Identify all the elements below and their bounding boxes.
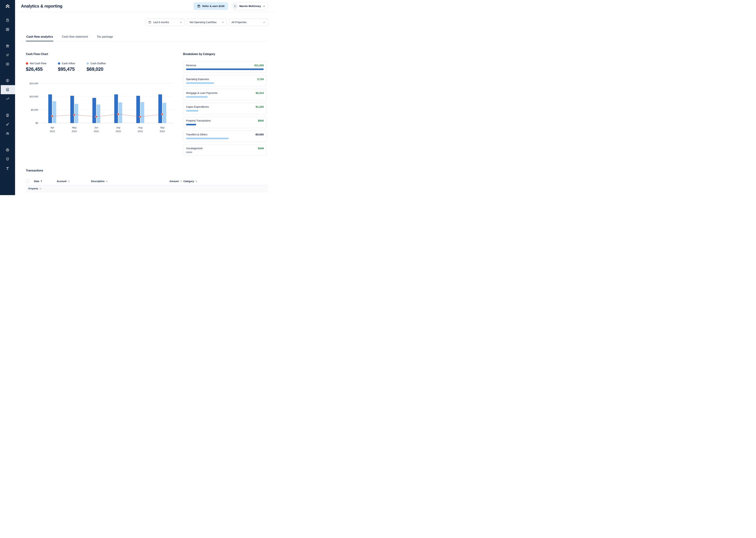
refer-earn-button[interactable]: Refer & earn $100 (194, 2, 228, 10)
cash-flow-chart-title: Cash Flow Chart (26, 53, 174, 56)
sidebar-item-cards[interactable] (0, 60, 15, 69)
breakdown-bar-track (186, 82, 264, 84)
calendar-icon (148, 21, 151, 24)
shield-check-icon (6, 157, 10, 161)
tab-cash-flow-statement[interactable]: Cash flow statement (62, 33, 88, 41)
x-axis-label: Sep2022 (151, 126, 173, 133)
card-box-icon (6, 62, 10, 66)
outflow-bar (97, 105, 100, 123)
sidebar-item-performance[interactable] (0, 94, 15, 103)
main-area: Analytics & reporting Refer & earn $100 … (15, 0, 274, 195)
reports-icon (6, 88, 10, 91)
y-axis-tick: $5,000 (26, 109, 38, 111)
sidebar-item-growth[interactable] (0, 164, 15, 173)
date-range-dropdown[interactable]: Last 6 months (146, 19, 185, 26)
breakdown-card[interactable]: Mortgage & Loan Payments $2,314 (183, 89, 267, 100)
column-amount[interactable]: Amount (157, 180, 183, 183)
bar-group (107, 83, 129, 123)
topbar-right: Refer & earn $100 Marvin McKinney (194, 2, 268, 10)
metric-dropdown[interactable]: Net Operating Cashflow (187, 19, 227, 26)
column-date[interactable]: Date (34, 180, 57, 183)
y-axis-tick: $15,000 (26, 82, 38, 85)
transactions-section: Transactions Date Account Description (21, 169, 268, 195)
breakdown-bar (186, 96, 208, 98)
wheel-icon (6, 148, 10, 152)
property-group-row[interactable]: Property (26, 185, 268, 192)
sidebar-item-dashboard[interactable] (0, 25, 15, 34)
tab-tax-package[interactable]: Tax package (96, 33, 114, 41)
x-axis-label: Apr2022 (41, 126, 63, 133)
growth-icon (6, 166, 10, 170)
gift-icon (197, 4, 201, 8)
app-logo[interactable] (0, 0, 15, 12)
sidebar (0, 0, 15, 195)
app-window: Analytics & reporting Refer & earn $100 … (0, 0, 274, 195)
sidebar-item-analytics-reporting[interactable] (0, 85, 15, 94)
breakdown-label: Operating Expenses (186, 78, 209, 81)
bank-icon (6, 44, 10, 48)
sidebar-nav (0, 12, 15, 173)
bar-groups (41, 83, 173, 123)
tab-cash-flow-analytics[interactable]: Cash flow analytics (26, 33, 53, 41)
analytics-row: Cash Flow Chart Net Cash Flow $26,455 Ca… (21, 53, 268, 156)
breakdown-bar-track (186, 124, 264, 126)
clipboard-icon (6, 19, 10, 22)
sidebar-item-transfers[interactable] (0, 50, 15, 60)
breakdown-amount: $930 (258, 119, 264, 122)
sidebar-item-payments[interactable] (0, 76, 15, 85)
inflow-bar (158, 94, 162, 123)
legend-value: $69,020 (87, 67, 106, 72)
breakdown-bar (186, 151, 192, 153)
breakdown-card[interactable]: Property Transactions $930 (183, 117, 267, 128)
cash-flow-chart-section: Cash Flow Chart Net Cash Flow $26,455 Ca… (26, 53, 174, 156)
chevron-down-icon (263, 21, 265, 24)
sort-both-icon (68, 180, 70, 182)
user-menu[interactable]: Marvin McKinney (231, 2, 268, 10)
user-name: Marvin McKinney (239, 5, 261, 8)
breakdown-card[interactable]: Uncategorized $449 (183, 144, 267, 156)
bar-group (85, 83, 107, 123)
sidebar-item-properties[interactable] (0, 111, 15, 120)
sidebar-item-insurance[interactable] (0, 154, 15, 164)
breakdown-card[interactable]: Revenue $11,025 (183, 61, 267, 73)
outflow-bar (163, 103, 166, 123)
sort-both-icon (106, 180, 108, 182)
sort-asc-icon (40, 180, 42, 182)
breakdown-bar-track (186, 69, 264, 70)
breakdown-bar-track (186, 138, 264, 139)
x-axis-label: May2022 (63, 126, 85, 133)
sort-both-icon (180, 180, 182, 182)
column-description[interactable]: Description (91, 180, 157, 183)
column-account[interactable]: Account (57, 180, 91, 183)
breakdown-card[interactable]: Transfers & Others -$5,500 (183, 131, 267, 142)
x-labels: Apr2022May2022Jun2022July2022Aug2022Sep2… (41, 126, 173, 133)
bar-group (41, 83, 63, 123)
date-range-value: Last 6 months (153, 21, 178, 24)
topbar: Analytics & reporting Refer & earn $100 … (15, 0, 274, 12)
select-all-checkbox[interactable] (26, 180, 29, 183)
sidebar-item-banking[interactable] (0, 41, 15, 50)
breakdown-label: Property Transactions (186, 119, 211, 122)
sidebar-item-leases[interactable] (0, 120, 15, 129)
breakdown-title: Breakdown by Category (183, 53, 267, 56)
column-category[interactable]: Category (183, 180, 219, 183)
legend-dot (58, 62, 60, 65)
breakdown-label: Uncategorized (186, 147, 203, 150)
bar-group (151, 83, 173, 123)
sidebar-item-partners[interactable] (0, 145, 15, 154)
breakdown-card[interactable]: Capex Expenditures $1,230 (183, 103, 267, 114)
transaction-row[interactable]: Nov 24, 2023 Apex Investors STR LLC Airb… (26, 192, 268, 195)
sidebar-item-tasks[interactable] (0, 16, 15, 25)
page-title: Analytics & reporting (21, 4, 62, 9)
property-dropdown[interactable]: All Properties (229, 19, 268, 26)
cashflow-chart: $0$5,000$10,000$15,000 Apr2022May2022Jun… (26, 83, 174, 133)
x-axis-label: July2022 (107, 126, 129, 133)
breakdown-amount: $11,025 (255, 64, 264, 67)
breakdown-label: Capex Expenditures (186, 105, 209, 108)
breakdown-bar-track (186, 96, 264, 98)
sidebar-item-tenants[interactable] (0, 129, 15, 138)
breakdown-card[interactable]: Operating Expenses 3,724 (183, 75, 267, 86)
building-icon (6, 113, 10, 117)
content: Last 6 months Net Operating Cashflow All… (15, 12, 274, 195)
breakdown-amount: -$5,500 (255, 133, 264, 136)
